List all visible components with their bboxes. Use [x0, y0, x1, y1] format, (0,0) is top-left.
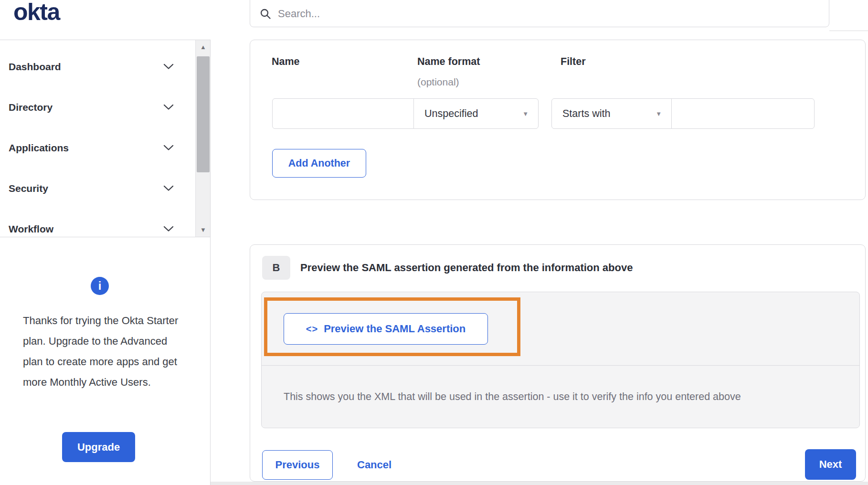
next-button[interactable]: Next — [805, 449, 856, 480]
upgrade-button[interactable]: Upgrade — [62, 432, 135, 462]
sidebar-divider — [210, 40, 211, 485]
name-format-hint: (optional) — [417, 76, 459, 88]
sidebar-item-label: Security — [9, 183, 48, 194]
dropdown-caret-icon: ▼ — [656, 110, 662, 117]
name-label: Name — [272, 56, 300, 68]
okta-logo[interactable]: okta — [13, 0, 60, 26]
saml-preview-card: B Preview the SAML assertion generated f… — [250, 244, 866, 482]
bottom-strip — [211, 482, 868, 485]
sidebar-item-applications[interactable]: Applications — [0, 127, 195, 168]
global-search-box — [250, 0, 829, 27]
dropdown-caret-icon: ▼ — [522, 110, 529, 117]
plan-notice-text: Thanks for trying the Okta Starter plan.… — [23, 310, 185, 392]
filter-label: Filter — [561, 56, 586, 68]
chevron-down-icon — [163, 104, 174, 110]
preview-panel-top: <> Preview the SAML Assertion — [262, 292, 859, 366]
step-heading: Preview the SAML assertion generated fro… — [300, 262, 633, 274]
scrollbar-thumb[interactable] — [197, 56, 210, 172]
filter-value-input[interactable] — [671, 98, 815, 129]
scroll-up-icon[interactable]: ▲ — [196, 44, 211, 50]
preview-panel-note-row: This shows you the XML that will be used… — [262, 366, 859, 428]
sidebar-item-dashboard[interactable]: Dashboard — [0, 46, 195, 87]
chevron-down-icon — [163, 63, 174, 70]
step-badge: B — [262, 256, 290, 280]
scroll-down-icon[interactable]: ▼ — [196, 227, 211, 233]
sidebar-nav: Dashboard Directory Applications Securit… — [0, 40, 211, 237]
topbar-border — [829, 31, 868, 31]
filter-operator-select[interactable]: Starts with ▼ — [551, 98, 672, 129]
sidebar-item-workflow[interactable]: Workflow — [0, 209, 195, 237]
search-input[interactable] — [278, 8, 819, 20]
sidebar-item-security[interactable]: Security — [0, 168, 195, 209]
filter-operator-value: Starts with — [562, 108, 610, 120]
sidebar-item-label: Dashboard — [9, 61, 61, 73]
preview-panel: <> Preview the SAML Assertion This shows… — [261, 292, 860, 428]
sidebar-item-label: Directory — [9, 102, 53, 113]
preview-note: This shows you the XML that will be used… — [284, 391, 741, 403]
preview-saml-assertion-button[interactable]: <> Preview the SAML Assertion — [284, 313, 488, 345]
name-input[interactable] — [272, 98, 414, 129]
sidebar-item-label: Workflow — [9, 223, 53, 235]
code-icon: <> — [306, 324, 318, 335]
info-icon: i — [91, 277, 109, 295]
name-format-label: Name format — [417, 56, 480, 68]
chevron-down-icon — [163, 145, 174, 151]
name-format-select[interactable]: Unspecified ▼ — [413, 98, 539, 129]
okta-admin-console: okta Dashboard Directory Applica — [0, 0, 868, 485]
attribute-statements-card: Name Name format (optional) Filter Unspe… — [250, 40, 866, 200]
add-another-button[interactable]: Add Another — [272, 149, 366, 178]
previous-button[interactable]: Previous — [262, 450, 333, 480]
chevron-down-icon — [163, 185, 174, 191]
cancel-button[interactable]: Cancel — [357, 450, 392, 480]
sidebar-item-directory[interactable]: Directory — [0, 87, 195, 127]
chevron-down-icon — [163, 226, 174, 232]
name-format-value: Unspecified — [424, 108, 478, 120]
preview-button-label: Preview the SAML Assertion — [324, 323, 466, 335]
step-header: B Preview the SAML assertion generated f… — [262, 256, 633, 280]
sidebar-item-label: Applications — [9, 142, 69, 154]
sidebar-scrollbar[interactable]: ▲ ▼ — [195, 40, 211, 237]
search-icon — [260, 8, 271, 20]
sidebar-menu: Dashboard Directory Applications Securit… — [0, 40, 195, 237]
